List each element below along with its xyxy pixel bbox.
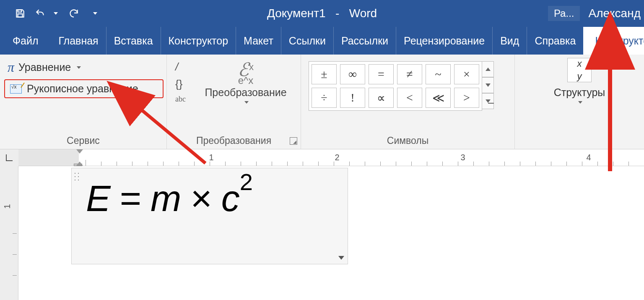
ink-equation-button[interactable]: Рукописное уравнение [4, 79, 164, 98]
symbol-excl[interactable]: ! [340, 88, 365, 108]
window-title: Документ1 - Word [267, 7, 377, 20]
ribbon: π Уравнение Рукописное уравнение Сервис … [0, 55, 644, 149]
tab-mailings[interactable]: Рассылки [334, 27, 396, 55]
group-conversion-label: Преобразования [167, 135, 301, 146]
symbols-gallery[interactable]: ± ∞ = ≠ ~ × ÷ ! ∝ < ≪ > [309, 61, 482, 111]
undo-button[interactable] [32, 5, 49, 22]
symbol-divide[interactable]: ÷ [312, 88, 337, 108]
group-tools-label: Сервис [0, 135, 166, 146]
symbol-plusminus[interactable]: ± [312, 64, 337, 84]
redo-button[interactable] [65, 5, 82, 22]
group-conversion-launcher[interactable] [290, 137, 297, 145]
tab-references[interactable]: Ссылки [281, 27, 334, 55]
group-symbols-label: Символы [301, 135, 514, 146]
tab-view[interactable]: Вид [493, 27, 527, 55]
tab-insert[interactable]: Вставка [106, 27, 161, 55]
tab-home[interactable]: Главная [51, 27, 106, 55]
equation-placeholder[interactable]: E = m × c2 [71, 168, 348, 264]
page[interactable]: E = m × c2 [18, 166, 644, 300]
group-conversion: / {} abc ℰx e^x Преобразование Преобразо… [167, 55, 301, 149]
undo-dropdown-icon[interactable] [54, 12, 58, 15]
equation-options-dropdown[interactable] [337, 253, 346, 262]
symbol-noteq[interactable]: ≠ [397, 64, 422, 84]
ex-icon: ℰx e^x [238, 60, 254, 86]
group-structures: x y Структуры [515, 55, 644, 149]
equation-dropdown-icon[interactable] [77, 66, 81, 69]
title-bar: Документ1 - Word Ра... Александ [0, 0, 644, 27]
title-badge[interactable]: Ра... [548, 6, 580, 21]
tab-equation-design[interactable]: Конструктор [583, 27, 644, 55]
fraction-icon: x y [567, 58, 592, 82]
symbols-scroll-down[interactable] [482, 77, 494, 93]
equation-move-handle[interactable] [73, 172, 81, 182]
group-tools: π Уравнение Рукописное уравнение Сервис [0, 55, 167, 149]
conversion-button[interactable]: Преобразование [205, 86, 286, 99]
ink-equation-label: Рукописное уравнение [27, 83, 138, 95]
equation-label: Уравнение [18, 61, 71, 73]
save-button[interactable] [12, 5, 29, 22]
symbol-propto[interactable]: ∝ [369, 88, 394, 108]
quick-access-toolbar [0, 5, 97, 22]
symbols-scroll-up[interactable] [482, 61, 494, 77]
ribbon-tabs: Файл Главная Вставка Конструктор Макет С… [0, 27, 644, 55]
symbol-gt[interactable]: > [454, 88, 479, 108]
braces-icon[interactable]: {} [175, 78, 186, 91]
tab-file[interactable]: Файл [0, 27, 51, 55]
svg-rect-1 [18, 14, 23, 17]
ink-equation-icon [10, 84, 22, 94]
vertical-ruler[interactable]: 1 [0, 166, 18, 300]
first-line-indent[interactable] [76, 149, 83, 154]
symbols-scroll [482, 61, 494, 109]
structures-button[interactable]: Структуры [554, 86, 605, 99]
tab-help[interactable]: Справка [527, 27, 583, 55]
symbol-lt[interactable]: < [397, 88, 422, 108]
tab-review[interactable]: Рецензирование [396, 27, 493, 55]
equation-button[interactable]: π Уравнение [4, 58, 162, 78]
svg-rect-0 [18, 10, 22, 12]
app-name: Word [349, 7, 377, 20]
equation-content[interactable]: E = m × c2 [86, 172, 340, 224]
symbols-more[interactable] [482, 93, 494, 109]
italic-slash-icon[interactable]: / [175, 60, 186, 73]
conversion-dropdown-icon[interactable] [244, 101, 249, 104]
document-area: 1 E = m × c2 [0, 166, 644, 300]
group-symbols: ± ∞ = ≠ ~ × ÷ ! ∝ < ≪ > [301, 55, 515, 149]
abc-icon[interactable]: abc [175, 95, 186, 104]
user-name[interactable]: Александ [588, 7, 644, 20]
tab-layout[interactable]: Макет [236, 27, 281, 55]
symbol-tilde[interactable]: ~ [426, 64, 451, 84]
ruler-corner[interactable] [0, 149, 18, 166]
symbol-equals[interactable]: = [369, 64, 394, 84]
structures-dropdown-icon[interactable] [578, 101, 582, 104]
tab-design[interactable]: Конструктор [161, 27, 236, 55]
doc-name: Документ1 [267, 7, 326, 20]
symbol-ll[interactable]: ≪ [426, 88, 451, 108]
ruler-row: 1 2 3 4 [0, 149, 644, 166]
symbol-infinity[interactable]: ∞ [340, 64, 365, 84]
qat-customize-icon[interactable] [93, 12, 97, 15]
symbol-times[interactable]: × [454, 64, 479, 84]
horizontal-ruler[interactable]: 1 2 3 4 [18, 149, 644, 166]
pi-icon: π [8, 60, 14, 75]
hanging-indent[interactable] [76, 162, 83, 166]
